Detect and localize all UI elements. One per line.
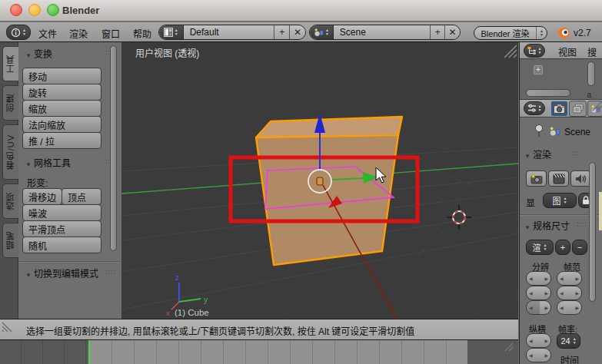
dropdown-arrows-icon: ▲▼	[564, 197, 567, 204]
window-close-button[interactable]	[10, 4, 22, 16]
vertex-slide-button[interactable]: 顶点	[62, 188, 101, 205]
toolshelf-scrollbar[interactable]	[110, 45, 117, 251]
collapse-icon: ▼	[25, 272, 32, 279]
stray-label: a	[587, 91, 591, 99]
push-pull-button[interactable]: 推 / 拉	[22, 132, 101, 149]
properties-editor: ▲▼	[519, 99, 602, 364]
area-corner-handle-icon[interactable]	[504, 342, 514, 352]
window-title: Blender	[62, 5, 99, 16]
panel-grip-icon[interactable]: ::::	[105, 268, 116, 276]
scene-breadcrumb-icon	[549, 126, 560, 137]
shrink-fatten-button[interactable]: 法向缩放	[22, 116, 101, 133]
dimensions-panel-header[interactable]: ▼规格尺寸	[524, 219, 570, 232]
outliner-hscrollbar[interactable]	[526, 89, 570, 97]
remove-preset-button[interactable]: −	[572, 240, 587, 255]
render-animation-button[interactable]	[548, 170, 569, 187]
cube-object[interactable]	[256, 117, 402, 265]
display-mode-dropdown[interactable]: 图 ▲▼	[543, 193, 577, 208]
menu-window[interactable]: 窗口	[101, 27, 120, 40]
resolution-x-field[interactable]: ◀▶	[526, 271, 551, 286]
render-panel-header[interactable]: ▼渲染	[524, 147, 551, 160]
randomize-button[interactable]: 随机	[22, 237, 101, 253]
add-layout-button[interactable]: +	[274, 25, 289, 39]
stepper-arrows-icon: ▲▼	[175, 28, 178, 36]
outliner-vscrollbar[interactable]	[587, 61, 595, 86]
edge-sliver	[599, 192, 602, 230]
clapperboard-icon	[553, 174, 565, 184]
timeline-before-range[interactable]	[0, 340, 88, 364]
3d-cursor[interactable]	[447, 205, 471, 230]
add-scene-button[interactable]: +	[430, 25, 444, 39]
window-zoom-button[interactable]	[47, 4, 59, 16]
axis-z-label: z	[175, 273, 179, 282]
scene-selector[interactable]: ▲▼	[310, 25, 333, 39]
tab-render-context[interactable]	[550, 101, 568, 117]
collapse-icon: ▼	[524, 153, 530, 160]
menu-file[interactable]: 文件	[38, 27, 57, 40]
resolution-y-field[interactable]: ◀▶	[526, 286, 551, 300]
outliner-view-menu[interactable]: 视图	[558, 45, 577, 58]
window-minimize-button[interactable]	[28, 4, 41, 16]
panel-separator	[19, 261, 121, 263]
menu-render[interactable]: 渲染	[69, 27, 88, 40]
editor-type-selector-info[interactable]: ▲▼	[6, 25, 31, 40]
rotate-button[interactable]: 旋转	[22, 84, 101, 101]
editor-type-selector-outliner[interactable]: ▲▼	[524, 44, 545, 58]
render-preset-dropdown[interactable]: 渲 ▲▼	[526, 240, 554, 255]
menu-help[interactable]: 帮助	[133, 27, 151, 40]
frame-end-field[interactable]: ◀▶	[557, 286, 582, 300]
timeline[interactable]	[0, 340, 518, 364]
fps-dropdown[interactable]: 24 ▲▼	[557, 333, 580, 349]
transform-panel-header[interactable]: ▼变换	[25, 47, 52, 60]
dropdown-arrows-icon: ▲▼	[544, 243, 547, 251]
toolshelf-tabstrip: 工具 创建 着色/UV 选项 蜡笔	[0, 42, 18, 319]
noise-button[interactable]: 噪波	[22, 204, 101, 221]
edit-mode-panel-header[interactable]: ▼切换到编辑模式	[25, 266, 98, 280]
screen-layout-group: ▲▼ Default + ✕	[158, 25, 306, 40]
translate-button[interactable]: 移动	[22, 68, 101, 84]
tab-options[interactable]: 选项	[2, 184, 18, 219]
breadcrumb: Scene	[564, 127, 590, 137]
collapse-icon: ▼	[25, 161, 32, 168]
tab-grease-pencil[interactable]: 蜡笔	[2, 223, 18, 258]
properties-scrollbar[interactable]	[589, 162, 596, 302]
viewport-canvas: z y x 用户视图 (透视) (1) Cube	[121, 42, 518, 319]
tab-render-layers-context[interactable]	[569, 101, 587, 117]
editor-type-selector-properties[interactable]: ▲▼	[524, 101, 545, 115]
resolution-percentage-slider[interactable]: ◀▶	[526, 300, 551, 315]
panel-grip-icon[interactable]: ::::	[577, 220, 587, 228]
scale-button[interactable]: 缩放	[22, 100, 101, 117]
mesh-tools-panel-header[interactable]: ▼网格工具	[25, 156, 71, 169]
outliner-expand-toggle[interactable]: +	[534, 65, 543, 74]
tab-shading-uv[interactable]: 着色/UV	[2, 124, 18, 180]
area-corner-handle-icon[interactable]	[1, 321, 13, 333]
tab-tools[interactable]: 工具	[2, 46, 18, 81]
outliner-search-menu[interactable]: 搜	[587, 45, 597, 58]
aspect-x-field[interactable]: ◀▶	[526, 333, 551, 348]
screen-layout-selector[interactable]: ▲▼	[159, 25, 183, 39]
view-label: 用户视图 (透视)	[135, 48, 199, 59]
tab-create[interactable]: 创建	[2, 85, 18, 121]
render-still-button[interactable]	[526, 170, 547, 187]
timeline-frame-area[interactable]	[90, 340, 467, 364]
smooth-vertex-button[interactable]: 平滑顶点	[22, 220, 101, 237]
render-engine-dropdown[interactable]: Blender 渲染 ▲▼	[474, 26, 547, 40]
aspect-y-field[interactable]: ◀▶	[526, 348, 551, 362]
render-audio-button[interactable]	[570, 170, 591, 187]
delete-scene-button[interactable]: ✕	[444, 25, 460, 39]
deform-label: 形变:	[27, 176, 48, 189]
delete-layout-button[interactable]: ✕	[289, 25, 305, 39]
frame-step-field[interactable]: ◀▶	[557, 300, 582, 315]
3d-viewport[interactable]: z y x 用户视图 (透视) (1) Cube	[121, 42, 518, 319]
area-corner-handle-icon[interactable]	[591, 101, 602, 111]
edge-slide-button[interactable]: 滑移边	[22, 188, 62, 205]
current-frame-marker[interactable]	[88, 340, 90, 364]
screen-layout-name-field[interactable]: Default	[183, 25, 274, 39]
pin-icon[interactable]	[533, 124, 545, 137]
titlebar: Blender	[0, 0, 602, 22]
frame-start-field[interactable]: ◀▶	[557, 271, 582, 286]
add-preset-button[interactable]: +	[555, 240, 570, 255]
scene-name-field[interactable]: Scene	[333, 25, 430, 39]
panel-grip-icon[interactable]: ::::	[569, 149, 580, 157]
area-corner-handle-icon[interactable]	[504, 45, 517, 58]
